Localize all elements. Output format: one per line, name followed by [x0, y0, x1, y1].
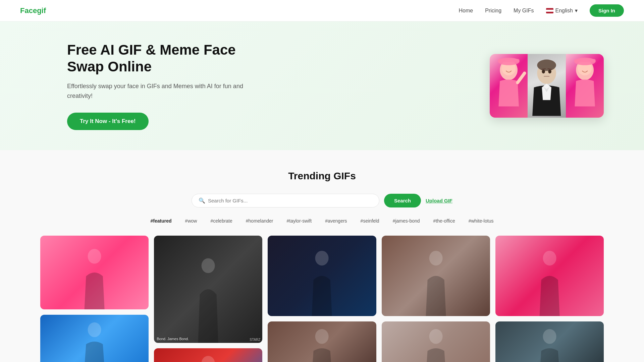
svg-point-7: [542, 70, 545, 73]
tag-james-bond[interactable]: #james-bond: [390, 217, 423, 225]
trending-title: Trending GIFs: [40, 170, 604, 182]
hero-img-center: [528, 54, 566, 118]
gif-grid: Bond. James Bond.STARZ: [40, 236, 604, 362]
gif-visual-icon: [382, 321, 490, 362]
gif-column-2: [268, 236, 376, 362]
gif-column-1: Bond. James Bond.STARZ: [154, 236, 262, 362]
hero-section: Free AI GIF & Meme Face Swap Online Effo…: [0, 21, 644, 150]
trending-section: Trending GIFs 🔍 Search Upload GIF #featu…: [0, 150, 644, 362]
svg-point-17: [88, 322, 101, 337]
svg-point-6: [537, 60, 556, 71]
gif-column-0: [40, 236, 149, 362]
svg-line-4: [518, 73, 525, 82]
gif-visual-icon: [40, 315, 149, 362]
svg-rect-3: [498, 59, 520, 62]
tag-seinfeld[interactable]: #seinfeld: [358, 217, 382, 225]
flag-icon: [546, 8, 553, 13]
gif-card-g10[interactable]: [495, 321, 604, 362]
gif-column-4: [495, 236, 604, 362]
hero-title: Free AI GIF & Meme Face Swap Online: [67, 42, 262, 75]
search-icon: 🔍: [199, 197, 205, 204]
nav-pricing[interactable]: Pricing: [485, 8, 501, 14]
tag-celebrate[interactable]: #celebrate: [208, 217, 235, 225]
hero-img-right: [566, 54, 604, 118]
gif-visual-icon: [154, 348, 262, 362]
tag-the-office[interactable]: #the-office: [431, 217, 458, 225]
svg-point-19: [202, 356, 215, 362]
gif-badge: STARZ: [250, 338, 260, 342]
nav-links: Home Pricing My GIFs English ▾ Sign In: [459, 4, 624, 17]
search-input-wrapper: 🔍: [192, 194, 379, 207]
gif-visual-icon: [268, 321, 376, 362]
svg-point-22: [429, 251, 442, 266]
hero-person-right-icon: [566, 54, 604, 118]
chevron-down-icon: ▾: [575, 7, 578, 14]
gif-card-g2[interactable]: Bond. James Bond.STARZ: [154, 236, 262, 343]
gif-visual-icon: [154, 236, 262, 343]
hero-person-left-icon: [490, 54, 528, 118]
tag-wow[interactable]: #wow: [182, 217, 200, 225]
navbar: Facegif Home Pricing My GIFs English ▾ S…: [0, 0, 644, 21]
gif-card-g5[interactable]: [495, 236, 604, 316]
nav-my-gifs[interactable]: My GIFs: [514, 8, 534, 14]
tag-avengers[interactable]: #avengers: [322, 217, 350, 225]
hero-person-center-icon: [528, 54, 566, 118]
gif-card-g1[interactable]: [40, 236, 149, 309]
brand-logo[interactable]: Facegif: [20, 6, 46, 15]
svg-point-25: [543, 329, 556, 344]
search-button[interactable]: Search: [384, 194, 421, 207]
tag-white-lotus[interactable]: #white-lotus: [466, 217, 496, 225]
hero-text-block: Free AI GIF & Meme Face Swap Online Effo…: [67, 42, 262, 130]
svg-point-8: [548, 70, 551, 73]
search-bar-wrap: 🔍 Search Upload GIF: [40, 194, 604, 207]
language-selector[interactable]: English ▾: [546, 7, 578, 14]
hero-subtitle: Effortlessly swap your face in GIFs and …: [67, 81, 262, 101]
tag-homelander[interactable]: #homelander: [243, 217, 276, 225]
signin-button[interactable]: Sign In: [590, 4, 624, 17]
hero-img-left: [490, 54, 528, 118]
search-input[interactable]: [208, 198, 372, 203]
tag-taylor-swift[interactable]: #taylor-swift: [284, 217, 315, 225]
svg-point-23: [429, 329, 442, 344]
gif-card-g8[interactable]: [268, 321, 376, 362]
svg-point-18: [202, 258, 215, 273]
svg-point-16: [88, 249, 101, 264]
gif-card-g9[interactable]: [382, 321, 490, 362]
language-label: English: [555, 8, 573, 14]
upload-gif-link[interactable]: Upload GIF: [426, 198, 452, 203]
tags-row: #featured#wow#celebrate#homelander#taylo…: [40, 217, 604, 225]
try-it-now-button[interactable]: Try It Now - It's Free!: [67, 113, 149, 130]
gif-card-g7[interactable]: [154, 348, 262, 362]
svg-point-24: [543, 251, 556, 266]
svg-point-20: [315, 251, 329, 266]
gif-visual-icon: [495, 321, 604, 362]
hero-collage: [490, 54, 604, 118]
svg-point-21: [315, 329, 329, 344]
gif-visual-icon: [268, 236, 376, 316]
gif-column-3: [382, 236, 490, 362]
nav-home[interactable]: Home: [459, 8, 473, 14]
gif-card-g6[interactable]: [40, 315, 149, 362]
gif-visual-icon: [40, 236, 149, 309]
gif-overlay-text: Bond. James Bond.: [157, 337, 260, 341]
tag-featured[interactable]: #featured: [148, 217, 174, 225]
gif-card-g3[interactable]: [268, 236, 376, 316]
svg-rect-15: [574, 59, 595, 62]
gif-visual-icon: [382, 236, 490, 316]
gif-visual-icon: [495, 236, 604, 316]
gif-card-g4[interactable]: [382, 236, 490, 316]
